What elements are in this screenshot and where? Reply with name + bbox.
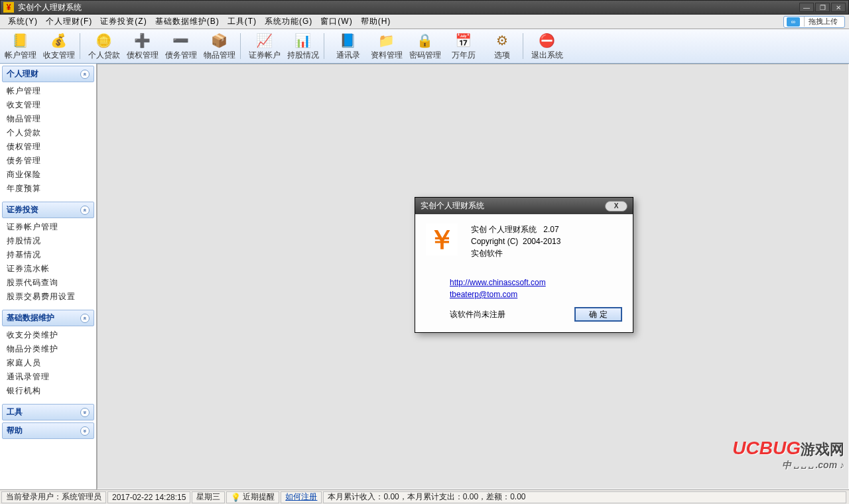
toolbar-icon: 🔒 (416, 31, 434, 50)
toolbar-label: 持股情况 (287, 50, 319, 61)
sidebar-item-家庭人员[interactable]: 家庭人员 (7, 356, 96, 370)
sidebar-group-title: 基础数据维护 (7, 312, 54, 324)
toolbar-收支管理[interactable]: 💰收支管理 (40, 29, 78, 63)
menu-item-5[interactable]: 系统功能(G) (261, 15, 316, 29)
sidebar-item-帐户管理[interactable]: 帐户管理 (7, 84, 96, 98)
chevron-icon: « (80, 206, 90, 215)
sidebar-group-工具[interactable]: 工具» (2, 404, 94, 420)
sidebar-group-帮助[interactable]: 帮助» (2, 422, 94, 439)
menu-item-2[interactable]: 证券投资(Z) (96, 15, 151, 29)
minimize-button[interactable]: — (799, 3, 814, 12)
toolbar-icon: ➖ (172, 31, 190, 50)
toolbar-icon: 📊 (294, 31, 312, 50)
sidebar-item-年度预算[interactable]: 年度预算 (7, 182, 96, 196)
toolbar-密码管理[interactable]: 🔒密码管理 (406, 29, 444, 63)
toolbar-separator (80, 33, 84, 59)
toolbar-债权管理[interactable]: ➕债权管理 (123, 29, 162, 63)
toolbar-债务管理[interactable]: ➖债务管理 (162, 29, 200, 63)
toolbar-icon: 💰 (50, 31, 68, 50)
sidebar-item-股票代码查询[interactable]: 股票代码查询 (7, 276, 96, 290)
toolbar-icon: ⛔ (538, 31, 556, 50)
status-datetime: 2017-02-22 14:28:15 (107, 491, 190, 503)
toolbar-label: 债权管理 (127, 50, 159, 61)
sidebar-item-通讯录管理[interactable]: 通讯录管理 (7, 370, 96, 384)
toolbar-万年历[interactable]: 📅万年历 (444, 29, 483, 63)
about-website-link[interactable]: http://www.chinascsoft.com (450, 278, 622, 287)
sidebar-group-证券投资[interactable]: 证券投资« (2, 202, 94, 218)
sidebar-item-证券帐户管理[interactable]: 证券帐户管理 (7, 220, 96, 234)
toolbar-label: 通讯录 (336, 50, 360, 61)
chevron-icon: « (80, 70, 90, 79)
toolbar-separator (324, 33, 328, 59)
sidebar-group-title: 个人理财 (7, 68, 38, 80)
toolbar-证券帐户[interactable]: 📈证券帐户 (245, 29, 284, 63)
toolbar-持股情况[interactable]: 📊持股情况 (284, 29, 322, 63)
chevron-icon: » (80, 426, 90, 436)
sidebar-group-基础数据维护[interactable]: 基础数据维护« (2, 310, 94, 326)
statusbar: 当前登录用户：系统管理员 2017-02-22 14:28:15 星期三 💡近期… (0, 489, 849, 504)
watermark: UCBUG游戏网 中 ␣ ␣ ␣ .com ♪ (732, 438, 844, 472)
sidebar-item-个人贷款[interactable]: 个人贷款 (7, 126, 96, 140)
toolbar-label: 收支管理 (43, 50, 75, 61)
sidebar-item-持股情况[interactable]: 持股情况 (7, 234, 96, 248)
about-email-link[interactable]: tbeaterp@tom.com (450, 290, 622, 299)
toolbar-通讯录[interactable]: 📘通讯录 (329, 29, 367, 63)
sidebar-group-title: 帮助 (7, 425, 23, 436)
registration-status: 该软件尚未注册 (450, 309, 505, 320)
about-dialog: 实创个人理财系统 X ￥ 实创 个人理财系统 2.07 Copyright (C… (415, 197, 633, 333)
sidebar-item-债务管理[interactable]: 债务管理 (7, 154, 96, 168)
ok-button[interactable]: 确定 (574, 307, 622, 322)
sidebar-item-收支分类维护[interactable]: 收支分类维护 (7, 328, 96, 342)
menu-item-0[interactable]: 系统(Y) (4, 15, 42, 29)
sidebar-item-物品分类维护[interactable]: 物品分类维护 (7, 342, 96, 356)
toolbar-icon: 📈 (255, 31, 274, 50)
dialog-close-button[interactable]: X (605, 201, 627, 212)
toolbar-label: 资料管理 (371, 50, 403, 61)
main-workspace: 实创个人理财系统 X ￥ 实创 个人理财系统 2.07 Copyright (C… (97, 64, 849, 489)
sidebar-list: 收支分类维护物品分类维护家庭人员通讯录管理银行机构 (0, 326, 96, 402)
toolbar-label: 债务管理 (165, 50, 197, 61)
toolbar-label: 帐户管理 (5, 50, 36, 61)
toolbar-icon: 📘 (339, 31, 358, 50)
sidebar-group-个人理财[interactable]: 个人理财« (2, 66, 94, 82)
status-reminder[interactable]: 💡近期提醒 (226, 491, 279, 503)
toolbar-label: 物品管理 (204, 50, 235, 61)
menu-item-4[interactable]: 工具(T) (224, 15, 261, 29)
menu-item-1[interactable]: 个人理财(F) (42, 15, 96, 29)
toolbar-label: 密码管理 (409, 50, 441, 61)
toolbar: 📒帐户管理💰收支管理🪙个人贷款➕债权管理➖债务管理📦物品管理📈证券帐户📊持股情况… (0, 29, 849, 64)
toolbar-帐户管理[interactable]: 📒帐户管理 (1, 29, 40, 63)
menu-item-6[interactable]: 窗口(W) (316, 15, 356, 29)
toolbar-资料管理[interactable]: 📁资料管理 (367, 29, 406, 63)
maximize-button[interactable]: ❐ (815, 3, 830, 12)
toolbar-选项[interactable]: ⚙选项 (483, 29, 521, 63)
sidebar-item-债权管理[interactable]: 债权管理 (7, 140, 96, 154)
menu-item-7[interactable]: 帮助(H) (357, 15, 395, 29)
close-button[interactable]: ✕ (831, 3, 846, 12)
sidebar-item-持基情况[interactable]: 持基情况 (7, 248, 96, 262)
toolbar-个人贷款[interactable]: 🪙个人贷款 (85, 29, 123, 63)
sidebar-item-股票交易费用设置[interactable]: 股票交易费用设置 (7, 290, 96, 304)
status-howto-register[interactable]: 如何注册 (281, 491, 322, 503)
toolbar-icon: ➕ (133, 31, 152, 50)
dialog-title: 实创个人理财系统 (421, 200, 484, 212)
toolbar-label: 选项 (494, 50, 510, 61)
toolbar-separator (240, 33, 244, 59)
toolbar-物品管理[interactable]: 📦物品管理 (200, 29, 239, 63)
sidebar-item-物品管理[interactable]: 物品管理 (7, 112, 96, 126)
toolbar-label: 退出系统 (531, 50, 563, 61)
cloud-icon: ∞ (787, 17, 800, 27)
sidebar-item-商业保险[interactable]: 商业保险 (7, 168, 96, 182)
sidebar-item-收支管理[interactable]: 收支管理 (7, 98, 96, 112)
yen-logo-icon: ￥ (426, 223, 458, 255)
status-user: 当前登录用户：系统管理员 (1, 491, 106, 503)
upload-widget[interactable]: ∞ 拖拽上传 (783, 16, 845, 28)
sidebar-item-证券流水帐[interactable]: 证券流水帐 (7, 262, 96, 276)
sidebar-group-title: 证券投资 (7, 204, 38, 216)
toolbar-退出系统[interactable]: ⛔退出系统 (528, 29, 566, 63)
toolbar-label: 个人贷款 (88, 50, 120, 61)
chevron-icon: » (80, 408, 90, 417)
menu-item-3[interactable]: 基础数据维护(B) (151, 15, 224, 29)
status-weekday: 星期三 (192, 491, 225, 503)
sidebar-item-银行机构[interactable]: 银行机构 (7, 384, 96, 398)
